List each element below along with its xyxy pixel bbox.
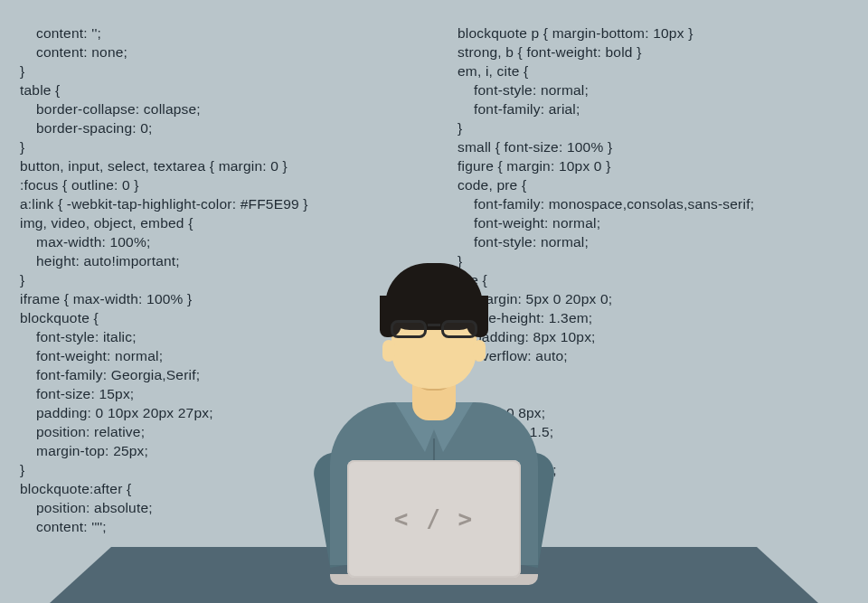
code-icon: < / >	[394, 505, 474, 532]
lens-right	[441, 320, 477, 338]
glasses-bridge	[428, 324, 440, 326]
glasses-icon	[391, 319, 477, 339]
lens-left	[391, 320, 427, 338]
ear-right	[473, 340, 486, 362]
ear-left	[382, 340, 395, 362]
laptop-back: < / >	[347, 460, 521, 578]
